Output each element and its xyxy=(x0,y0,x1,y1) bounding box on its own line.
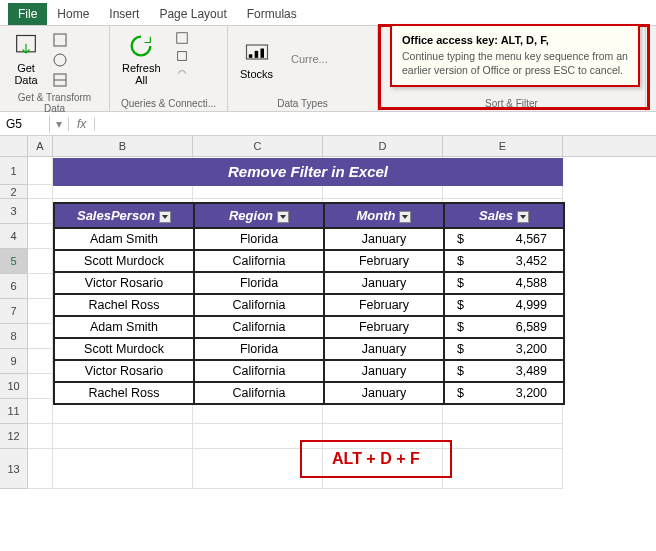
cell[interactable] xyxy=(28,349,53,374)
cell-value[interactable]: January xyxy=(324,338,444,360)
queries-btn[interactable] xyxy=(171,30,193,46)
col-header-d[interactable]: D xyxy=(323,136,443,156)
filter-dropdown-icon[interactable] xyxy=(277,211,289,223)
row-header[interactable]: 9 xyxy=(0,349,28,374)
from-web-icon[interactable] xyxy=(52,52,68,68)
cell[interactable] xyxy=(28,274,53,299)
cell[interactable] xyxy=(28,185,53,199)
row-header[interactable]: 11 xyxy=(0,399,28,424)
cell[interactable] xyxy=(28,449,53,489)
cell[interactable] xyxy=(53,185,193,199)
tab-formulas[interactable]: Formulas xyxy=(237,3,307,25)
cell[interactable] xyxy=(443,424,563,449)
svg-rect-6 xyxy=(177,52,186,61)
cell-sales[interactable]: $3,200 xyxy=(444,382,564,404)
cell-value[interactable]: California xyxy=(194,250,324,272)
cell-sales[interactable]: $3,489 xyxy=(444,360,564,382)
cell-value[interactable]: Florida xyxy=(194,272,324,294)
cell[interactable] xyxy=(28,157,53,185)
get-data-button[interactable]: Get Data xyxy=(6,30,46,90)
row-header[interactable]: 4 xyxy=(0,224,28,249)
cell[interactable] xyxy=(28,399,53,424)
cell[interactable] xyxy=(28,249,53,274)
namebox-dropdown-icon[interactable]: ▾ xyxy=(50,117,68,131)
cell-value[interactable]: Victor Rosario xyxy=(54,272,194,294)
cell[interactable] xyxy=(28,199,53,224)
from-table-icon[interactable] xyxy=(52,72,68,88)
cell[interactable] xyxy=(53,424,193,449)
row-header[interactable]: 2 xyxy=(0,185,28,199)
currencies-button[interactable]: Curre... xyxy=(285,51,334,67)
row-header[interactable]: 1 xyxy=(0,157,28,185)
tab-insert[interactable]: Insert xyxy=(99,3,149,25)
column-header: SalesPerson xyxy=(54,203,194,228)
fx-icon[interactable]: fx xyxy=(68,117,95,131)
row-header[interactable]: 5 xyxy=(0,249,28,274)
cell-sales[interactable]: $4,999 xyxy=(444,294,564,316)
cell-value[interactable]: January xyxy=(324,228,444,250)
cell-value[interactable]: February xyxy=(324,316,444,338)
row-header[interactable]: 12 xyxy=(0,424,28,449)
cell[interactable] xyxy=(443,449,563,489)
tab-home[interactable]: Home xyxy=(47,3,99,25)
cell-value[interactable]: Adam Smith xyxy=(54,316,194,338)
cell-value[interactable]: January xyxy=(324,382,444,404)
table-row: Scott MurdockFloridaJanuary$3,200 xyxy=(54,338,564,360)
cell-value[interactable]: Adam Smith xyxy=(54,228,194,250)
cell[interactable] xyxy=(28,224,53,249)
cell-value[interactable]: California xyxy=(194,294,324,316)
cell-value[interactable]: Scott Murdock xyxy=(54,250,194,272)
edit-links-btn[interactable] xyxy=(171,66,193,82)
cell-sales[interactable]: $3,452 xyxy=(444,250,564,272)
cell-value[interactable]: California xyxy=(194,382,324,404)
filter-dropdown-icon[interactable] xyxy=(517,211,529,223)
cell-value[interactable]: Florida xyxy=(194,228,324,250)
col-header-a[interactable]: A xyxy=(28,136,53,156)
cell[interactable] xyxy=(28,374,53,399)
table-row: Scott MurdockCaliforniaFebruary$3,452 xyxy=(54,250,564,272)
col-header-b[interactable]: B xyxy=(53,136,193,156)
refresh-all-button[interactable]: Refresh All xyxy=(116,30,167,88)
cell[interactable] xyxy=(323,185,443,199)
from-text-icon[interactable] xyxy=(52,32,68,48)
cell[interactable] xyxy=(443,185,563,199)
cell-value[interactable]: Scott Murdock xyxy=(54,338,194,360)
col-header-c[interactable]: C xyxy=(193,136,323,156)
cell-value[interactable]: Florida xyxy=(194,338,324,360)
row-header[interactable]: 6 xyxy=(0,274,28,299)
cell-value[interactable]: Rachel Ross xyxy=(54,294,194,316)
cell[interactable] xyxy=(28,299,53,324)
filter-dropdown-icon[interactable] xyxy=(399,211,411,223)
cell-value[interactable]: Rachel Ross xyxy=(54,382,194,404)
cell[interactable] xyxy=(193,185,323,199)
cell-value[interactable]: California xyxy=(194,360,324,382)
cell-sales[interactable]: $3,200 xyxy=(444,338,564,360)
properties-btn[interactable] xyxy=(171,48,193,64)
tab-file[interactable]: File xyxy=(8,3,47,25)
cell-value[interactable]: February xyxy=(324,250,444,272)
formula-input[interactable] xyxy=(95,116,656,131)
name-box[interactable]: G5 xyxy=(0,115,50,133)
tab-page-layout[interactable]: Page Layout xyxy=(149,3,236,25)
cell-value[interactable]: January xyxy=(324,272,444,294)
cell-sales[interactable]: $4,567 xyxy=(444,228,564,250)
cell-sales[interactable]: $4,588 xyxy=(444,272,564,294)
cell-sales[interactable]: $6,589 xyxy=(444,316,564,338)
row-header[interactable]: 3 xyxy=(0,199,28,224)
row-header[interactable]: 10 xyxy=(0,374,28,399)
cell-value[interactable]: Victor Rosario xyxy=(54,360,194,382)
cell[interactable] xyxy=(28,324,53,349)
filter-dropdown-icon[interactable] xyxy=(159,211,171,223)
cell[interactable] xyxy=(53,449,193,489)
row-header[interactable]: 7 xyxy=(0,299,28,324)
stocks-button[interactable]: Stocks xyxy=(234,36,279,82)
select-all-corner[interactable] xyxy=(0,136,28,156)
cell-value[interactable]: January xyxy=(324,360,444,382)
worksheet-grid: A B C D E 12345678910111213 Remove Filte… xyxy=(0,136,656,489)
cell-value[interactable]: California xyxy=(194,316,324,338)
col-header-e[interactable]: E xyxy=(443,136,563,156)
cell-value[interactable]: February xyxy=(324,294,444,316)
cell[interactable] xyxy=(28,424,53,449)
row-header[interactable]: 8 xyxy=(0,324,28,349)
row-header[interactable]: 13 xyxy=(0,449,28,489)
